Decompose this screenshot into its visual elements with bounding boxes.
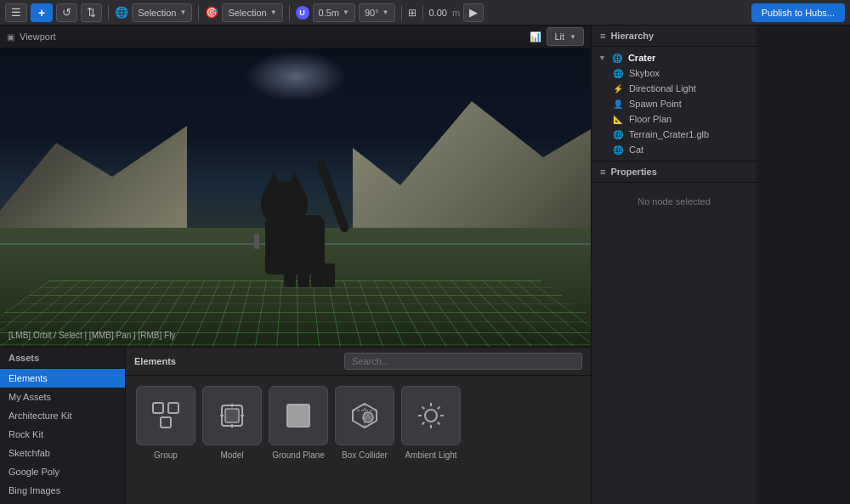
group-icon — [136, 386, 196, 445]
terrain-icon: 🌐 — [612, 130, 624, 139]
hierarchy-title: Hierarchy — [610, 31, 654, 41]
crater-globe-icon: 🌐 — [611, 54, 623, 63]
add-button[interactable]: + — [31, 3, 53, 22]
group-label: Group — [154, 450, 178, 460]
tree-item-floor-plan[interactable]: 📐 Floor Plan — [592, 111, 756, 127]
3d-scene[interactable] — [0, 25, 591, 347]
tree-item-spawn-point[interactable]: 👤 Spawn Point — [592, 96, 756, 111]
scene-glow — [245, 51, 347, 102]
collapse-icon: ▼ — [598, 54, 606, 62]
tree-item-terrain[interactable]: 🌐 Terrain_Crater1.glb — [592, 127, 756, 142]
tree-item-cat[interactable]: 🌐 Cat — [592, 142, 756, 157]
transform-globe-icon: 🌐 — [115, 6, 128, 19]
svg-rect-2 — [161, 417, 171, 428]
element-box-collider[interactable]: Box Collider — [335, 386, 394, 460]
angle-dropdown[interactable]: 90° ▼ — [359, 3, 395, 22]
separator-5 — [422, 5, 423, 20]
spawn-point-icon: 👤 — [612, 99, 624, 109]
assets-list: Elements My Assets Architecture Kit Rock… — [0, 369, 125, 500]
tree-label-cat: Cat — [629, 144, 643, 155]
sidebar-item-architecture-kit[interactable]: Architecture Kit — [0, 406, 125, 425]
svg-line-18 — [422, 422, 425, 425]
sidebar-item-google-poly[interactable]: Google Poly — [0, 462, 125, 481]
svg-rect-1 — [168, 403, 178, 413]
svg-line-19 — [438, 407, 440, 410]
element-ground-plane[interactable]: Ground Plane — [269, 386, 328, 460]
grid-icon: ⊞ — [408, 7, 416, 19]
sidebar-item-sketchfab[interactable]: Sketchfab — [0, 444, 125, 462]
cat-model — [248, 139, 350, 275]
space-mode-label: Selection — [228, 8, 266, 18]
properties-title: Properties — [610, 167, 656, 177]
floor-plan-icon: 📐 — [612, 115, 624, 124]
lit-mode-dropdown[interactable]: Lit ▼ — [547, 27, 584, 46]
toolbar: ☰ + ↺ ⇅ 🌐 Selection ▼ 🎯 Selection ▼ U 0.… — [0, 0, 850, 25]
cat-leg-4 — [323, 263, 335, 287]
svg-line-17 — [438, 422, 440, 425]
separator-4 — [401, 5, 402, 20]
tree-label-crater: Crater — [628, 53, 655, 63]
skybox-globe-icon: 🌐 — [612, 69, 624, 78]
properties-header: Properties — [592, 161, 756, 183]
elements-panel: Elements Group — [126, 348, 591, 504]
svg-rect-0 — [153, 403, 163, 413]
svg-rect-9 — [287, 405, 309, 427]
refresh-button[interactable]: ↺ — [56, 3, 77, 22]
cat-icon: 🌐 — [612, 145, 624, 155]
chart-icon: 📊 — [530, 31, 541, 42]
undo-redo-button[interactable]: ⇅ — [81, 3, 102, 22]
transform-mode-label: Selection — [138, 8, 176, 18]
ambient-light-icon — [401, 386, 461, 445]
cat-leg-1 — [284, 263, 296, 287]
element-ambient-light[interactable]: Ambient Light — [401, 386, 461, 460]
space-mode-dropdown[interactable]: Selection ▼ — [222, 3, 282, 22]
element-group[interactable]: Group — [136, 386, 196, 460]
publish-button[interactable]: Publish to Hubs... — [751, 3, 845, 22]
tree-label-skybox: Skybox — [629, 68, 660, 78]
chevron-down-icon: ▼ — [179, 8, 186, 16]
snap-value-label: 0.5m — [319, 8, 339, 18]
directional-light-icon: ⚡ — [612, 84, 624, 93]
sidebar-item-bing-images[interactable]: Bing Images — [0, 481, 125, 500]
bottom-panel: Assets Elements My Assets Architecture K… — [0, 347, 591, 504]
left-panel: Viewport 📊 Lit ▼ — [0, 25, 591, 504]
svg-point-11 — [425, 410, 437, 422]
box-collider-label: Box Collider — [342, 450, 388, 460]
tree-label-floor-plan: Floor Plan — [629, 114, 672, 124]
space-globe-icon: 🎯 — [205, 6, 218, 19]
separator-2 — [198, 5, 199, 20]
menu-button[interactable]: ☰ — [5, 3, 27, 22]
lit-mode-label: Lit — [554, 31, 564, 42]
viewport[interactable]: Viewport 📊 Lit ▼ — [0, 25, 591, 347]
tree-item-directional-light[interactable]: ⚡ Directional Light — [592, 81, 756, 96]
snap-chevron-icon: ▼ — [343, 8, 349, 16]
tree-item-crater[interactable]: ▼ 🌐 Crater — [592, 50, 756, 65]
snap-badge: U — [296, 6, 309, 20]
right-panel: Hierarchy ▼ 🌐 Crater 🌐 Skybox ⚡ Directio… — [591, 25, 756, 504]
elements-search-input[interactable] — [344, 353, 582, 370]
separator-3 — [289, 5, 290, 20]
angle-label: 90° — [365, 8, 379, 18]
snap-value-dropdown[interactable]: 0.5m ▼ — [313, 3, 355, 22]
tree-label-directional-light: Directional Light — [629, 83, 696, 93]
elements-tab: Elements — [134, 356, 176, 366]
next-button[interactable]: ▶ — [463, 3, 484, 22]
sidebar-item-my-assets[interactable]: My Assets — [0, 388, 125, 406]
sidebar-item-elements[interactable]: Elements — [0, 369, 125, 388]
no-node-message: No node selected — [592, 183, 756, 220]
element-model[interactable]: Model — [202, 386, 262, 460]
elements-grid: Group — [126, 376, 591, 470]
model-label: Model — [220, 450, 243, 460]
box-collider-icon — [335, 386, 394, 445]
transform-mode-dropdown[interactable]: Selection ▼ — [132, 3, 192, 22]
cat-body — [265, 215, 325, 275]
tree-item-skybox[interactable]: 🌐 Skybox — [592, 65, 756, 81]
cat-leg-2 — [298, 263, 309, 287]
viewport-header: Viewport 📊 Lit ▼ — [0, 25, 591, 48]
hierarchy-tree: ▼ 🌐 Crater 🌐 Skybox ⚡ Directional Light … — [592, 47, 756, 161]
separator-1 — [108, 5, 109, 20]
hierarchy-header: Hierarchy — [592, 25, 756, 47]
ambient-light-label: Ambient Light — [405, 450, 456, 460]
sidebar-item-rock-kit[interactable]: Rock Kit — [0, 425, 125, 444]
svg-line-16 — [422, 407, 425, 410]
